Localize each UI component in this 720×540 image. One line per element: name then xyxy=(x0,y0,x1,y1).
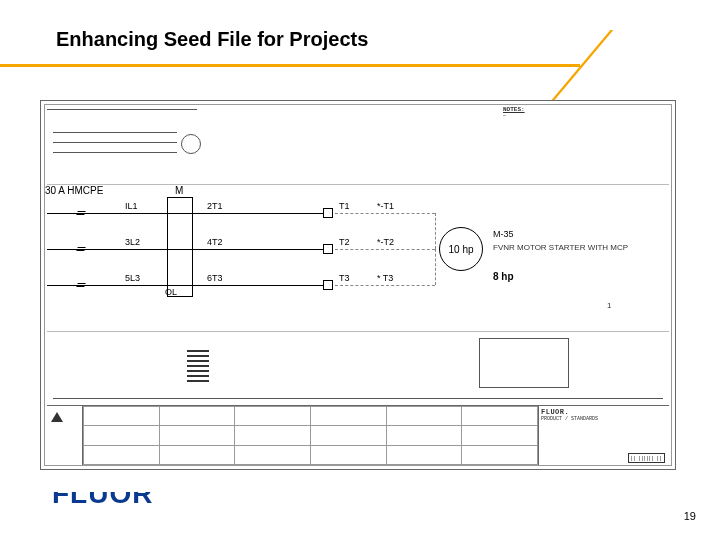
tb-right: FLUOR. PRODUCT / STANDARDS || |||||| || xyxy=(539,406,669,465)
ol-label: OL xyxy=(165,287,177,297)
coil-icon xyxy=(187,350,209,384)
t3a-label: 6T3 xyxy=(207,273,223,283)
notes-heading: NOTES: xyxy=(503,107,663,114)
main-schematic: 30 A HMCPE M IL1 3L2 5L3 2T1 4T2 6T3 OL … xyxy=(47,191,669,321)
page-number: 19 xyxy=(684,510,696,522)
rev-triangle-icon xyxy=(51,412,63,422)
l1-label: IL1 xyxy=(125,201,138,211)
t3s-label: * T3 xyxy=(377,273,393,283)
strip-underline xyxy=(53,398,663,399)
breaker-label: 30 A HMCPE xyxy=(45,185,103,196)
titleblock: FLUOR. PRODUCT / STANDARDS || |||||| || xyxy=(47,405,669,465)
term-box-t3 xyxy=(323,280,333,290)
motor-desc: FVNR MOTOR STARTER WITH MCP xyxy=(493,243,628,252)
tb-dwg-no: || |||||| || xyxy=(628,453,665,463)
lower-strip xyxy=(47,331,669,401)
motor-text: 10 hp xyxy=(448,244,473,255)
top-strip: NOTES: — xyxy=(47,105,669,185)
mini-motor-circle xyxy=(181,134,201,154)
column-m-label: M xyxy=(175,185,183,196)
table-row xyxy=(84,445,538,464)
logo-text: FLUOR xyxy=(52,492,153,510)
breaker-3 xyxy=(76,283,85,287)
tb-subtitle: PRODUCT / STANDARDS xyxy=(541,416,667,422)
mini-diagram xyxy=(47,109,197,169)
frame-box xyxy=(479,338,569,388)
notes-block: NOTES: — xyxy=(503,107,663,119)
l3-label: 5L3 xyxy=(125,273,140,283)
table-row xyxy=(84,407,538,426)
t2s-label: *-T2 xyxy=(377,237,394,247)
motor-circle: 10 hp xyxy=(439,227,483,271)
notes-body: — xyxy=(503,114,663,120)
breaker-1 xyxy=(76,211,85,215)
company-logo: FLUOR ® xyxy=(52,492,212,522)
one-label: 1 xyxy=(607,301,611,310)
t3-label: T3 xyxy=(339,273,350,283)
breaker-2 xyxy=(76,247,85,251)
t1a-label: 2T1 xyxy=(207,201,223,211)
t1s-label: *-T1 xyxy=(377,201,394,211)
motor-tag: M-35 xyxy=(493,229,514,239)
tb-rev-col xyxy=(47,406,83,465)
page-title: Enhancing Seed File for Projects xyxy=(56,28,368,51)
accent-underline xyxy=(0,64,580,67)
term-box-t2 xyxy=(323,244,333,254)
tb-grid xyxy=(83,406,539,465)
tb-table xyxy=(83,406,538,465)
cad-drawing: NOTES: — 30 A HMCPE M IL1 3L2 5L3 2T1 4T… xyxy=(40,100,676,470)
t2-label: T2 xyxy=(339,237,350,247)
t2a-label: 4T2 xyxy=(207,237,223,247)
l2-label: 3L2 xyxy=(125,237,140,247)
term-box-t1 xyxy=(323,208,333,218)
t1-label: T1 xyxy=(339,201,350,211)
load-hp: 8 hp xyxy=(493,271,514,282)
table-row xyxy=(84,426,538,445)
contactor-block xyxy=(167,197,193,297)
tb-brand: FLUOR. xyxy=(541,408,667,416)
